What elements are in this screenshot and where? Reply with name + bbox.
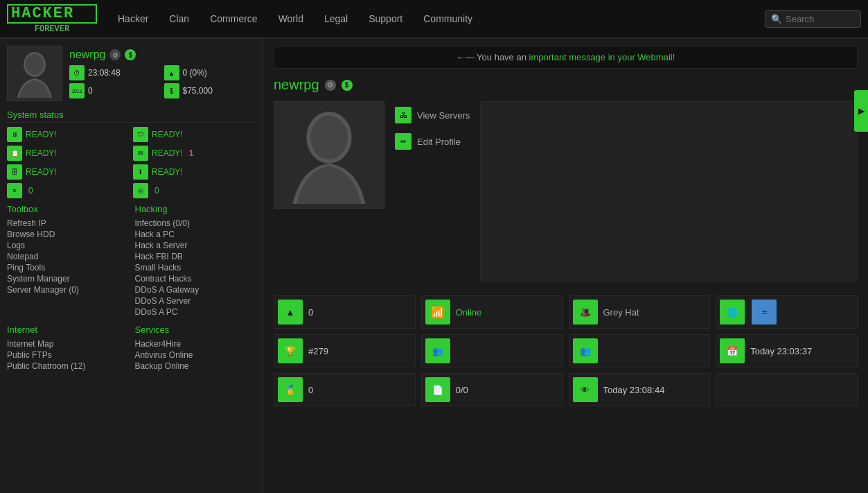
stat-hat-val: Grey Hat	[603, 307, 639, 318]
shield-icon: 🛡	[133, 127, 148, 142]
nav-commerce[interactable]: Commerce	[203, 10, 264, 27]
internet-section: Internet Internet Map Public FTPs Public…	[7, 325, 128, 372]
award-icon: 🏅	[278, 377, 303, 402]
nav-community[interactable]: Community	[416, 10, 479, 27]
mail-count-badge: 1	[189, 148, 194, 158]
status-ready-6: READY!	[152, 167, 183, 177]
svg-point-3	[310, 115, 348, 159]
system-manager-link[interactable]: System Manager	[7, 273, 128, 284]
avatar	[7, 46, 62, 101]
stat-group1-card: 👥	[421, 334, 563, 367]
stat-doc-val: 0/0	[456, 385, 468, 395]
public-ftps-link[interactable]: Public FTPs	[7, 349, 128, 361]
nav-legal[interactable]: Legal	[317, 10, 355, 27]
status-ready-2: READY!	[152, 130, 183, 139]
nav-hacker[interactable]: Hacker	[111, 10, 155, 27]
counter1-icon: ≡	[7, 183, 22, 198]
public-chatroom-link[interactable]: Public Chatroom (12)	[7, 361, 128, 372]
main-dollar-icon: $	[342, 80, 353, 91]
hat-icon: 🎩	[573, 300, 598, 325]
rank-icon: 🏆	[278, 338, 303, 363]
contract-hacks-link[interactable]: Contract Hacks	[135, 273, 256, 284]
nav-support[interactable]: Support	[362, 10, 409, 27]
logo: HACKER FOREVER	[7, 4, 97, 33]
services-title: Services	[135, 325, 256, 335]
profile-section: 🖧 View Servers ✏ Edit Profile	[274, 101, 858, 282]
edit-profile-icon: ✏	[395, 133, 411, 150]
eye-icon: 👁	[573, 377, 598, 402]
view-servers-label: View Servers	[417, 110, 470, 121]
status-ready-5: READY!	[26, 167, 57, 177]
system-status-grid: 🖥 READY! 🛡 READY! 📋 READY! ✉ READY! 1 🗄 …	[7, 127, 256, 198]
hack-fbi-link[interactable]: Hack FBI DB	[135, 251, 256, 262]
left-panel: newrpg ⚙ $ ⏱ 23:08:48 ▲ 0 (0%) 1011	[0, 39, 263, 493]
profile-avatar-large	[274, 101, 384, 209]
ddos-server-link[interactable]: DDoS A Server	[135, 295, 256, 306]
hacking-section: Hacking Infections (0/0) Hack a PC Hack …	[135, 204, 256, 318]
stat-online-val: Online	[456, 307, 482, 318]
profile-stats: ⏱ 23:08:48 ▲ 0 (0%) 1011 0 $ $75,000	[69, 65, 256, 98]
webmail-highlight: important message in your Webmail!	[529, 52, 675, 62]
edit-profile-btn[interactable]: ✏ Edit Profile	[395, 131, 470, 152]
monitor-icon: 🖥	[7, 127, 22, 142]
search-icon: 🔍	[771, 14, 782, 24]
toolbox-title: Toolbox	[7, 204, 128, 214]
nav-world[interactable]: World	[272, 10, 310, 27]
webmail-text: ←— You have an	[457, 52, 529, 62]
side-expand-button[interactable]: ▶	[854, 90, 868, 132]
browse-hdd-link[interactable]: Browse HDD	[7, 229, 128, 240]
system-status-title: System status	[7, 110, 256, 123]
internet-map-link[interactable]: Internet Map	[7, 338, 128, 349]
stat-xp-card: ▲ 0	[274, 295, 416, 329]
stat-doc-card: 📄 0/0	[421, 373, 563, 406]
hack-pc-link[interactable]: Hack a PC	[135, 229, 256, 240]
ping-tools-link[interactable]: Ping Tools	[7, 262, 128, 273]
stat-flag-card: 🌐 ≈	[716, 295, 858, 329]
hack-server-link[interactable]: Hack a Server	[135, 240, 256, 251]
notepad-icon: 📋	[7, 146, 22, 161]
right-panel: ←— You have an important message in your…	[263, 39, 868, 493]
server-manager-link[interactable]: Server Manager (0)	[7, 284, 128, 295]
search-box: 🔍	[765, 10, 861, 28]
money-value: $75,000	[183, 86, 213, 96]
money-icon: $	[164, 83, 179, 98]
globe-icon: 🌐	[720, 300, 745, 325]
nav-clan[interactable]: Clan	[162, 10, 196, 27]
stat-award-card: 🏅 0	[274, 373, 416, 406]
gear-icon[interactable]: ⚙	[109, 49, 121, 60]
stat-binary: 1011 0	[69, 83, 161, 98]
toolbox-links: Refresh IP Browse HDD Logs Notepad Ping …	[7, 218, 128, 295]
ddos-gateway-link[interactable]: DDoS A Gateway	[135, 284, 256, 295]
counter1-value: 0	[28, 186, 33, 196]
stat-calendar-val: Today 23:03:37	[750, 346, 812, 356]
backup-link[interactable]: Backup Online	[135, 361, 256, 372]
webmail-banner: ←— You have an important message in your…	[274, 46, 858, 69]
doc-icon: 📄	[425, 377, 450, 402]
small-hacks-link[interactable]: Small Hacks	[135, 262, 256, 273]
status-counter2: ◎ 0	[133, 183, 256, 198]
status-mail: ✉ READY! 1	[133, 146, 256, 161]
notepad-link[interactable]: Notepad	[7, 251, 128, 262]
infections-link[interactable]: Infections (0/0)	[135, 218, 256, 229]
stat-rank-card: 🏆 #279	[274, 334, 416, 367]
stat-time: ⏱ 23:08:48	[69, 65, 161, 80]
status-shield: 🛡 READY!	[133, 127, 256, 142]
status-ready-1: READY!	[26, 130, 57, 139]
ddos-pc-link[interactable]: DDoS A PC	[135, 306, 256, 318]
refresh-ip-link[interactable]: Refresh IP	[7, 218, 128, 229]
search-input[interactable]	[786, 14, 855, 24]
stat-empty-card	[716, 373, 858, 406]
services-section: Services Hacker4Hire Antivirus Online Ba…	[135, 325, 256, 372]
logs-link[interactable]: Logs	[7, 240, 128, 251]
hacker4hire-link[interactable]: Hacker4Hire	[135, 338, 256, 349]
main-username: newrpg ⚙ $	[274, 77, 858, 93]
status-ready-3: READY!	[26, 148, 57, 158]
profile-left	[274, 101, 384, 282]
antivirus-link[interactable]: Antivirus Online	[135, 349, 256, 361]
view-servers-btn[interactable]: 🖧 View Servers	[395, 105, 470, 126]
main-gear-icon[interactable]: ⚙	[325, 80, 336, 91]
wifi-icon: 📶	[425, 300, 450, 325]
main-layout: newrpg ⚙ $ ⏱ 23:08:48 ▲ 0 (0%) 1011	[0, 39, 868, 493]
xp-up-icon: ▲	[278, 300, 303, 325]
binary-icon: 1011	[69, 83, 85, 98]
